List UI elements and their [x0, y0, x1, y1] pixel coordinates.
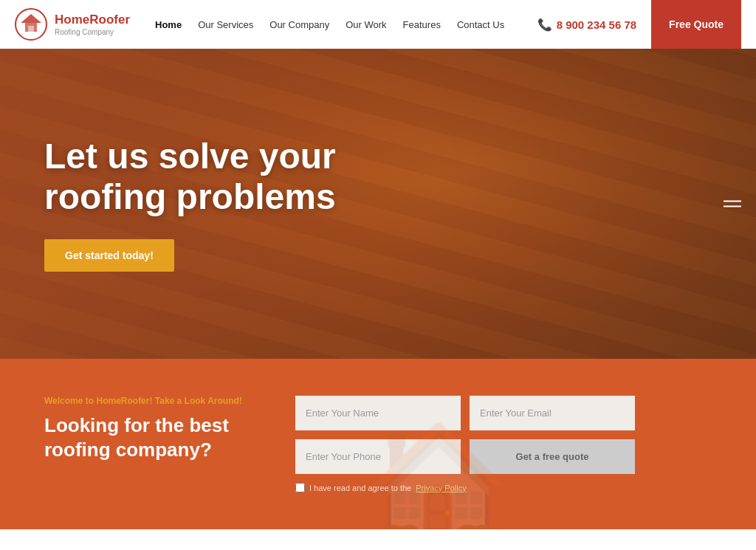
free-quote-button[interactable]: Free Quote	[651, 0, 741, 49]
get-quote-button[interactable]: Get a free quote	[470, 439, 635, 474]
welcome-text: Welcome to HomeRoofer! Take a Look Aroun…	[44, 396, 251, 406]
logo-sub: Roofing Company	[55, 28, 130, 36]
phone-area: 📞 8 900 234 56 78	[523, 18, 651, 32]
phone-number: 8 900 234 56 78	[557, 18, 636, 31]
privacy-row: I have read and agree to the Privacy Pol…	[295, 483, 635, 492]
section-title: Looking for the best roofing company?	[44, 413, 251, 461]
phone-input[interactable]	[295, 439, 461, 474]
logo-area: HomeRoofer Roofing Company	[15, 8, 133, 41]
menu-line-1	[724, 201, 741, 202]
phone-icon: 📞	[537, 18, 552, 32]
nav-contact[interactable]: Contact Us	[457, 19, 504, 30]
bottom-section: Trust the Experts for All Your Roofing N…	[0, 529, 756, 550]
nav-home[interactable]: Home	[155, 19, 182, 30]
hero-cta-button[interactable]: Get started today!	[44, 239, 174, 272]
main-nav: Home Our Services Our Company Our Work F…	[155, 19, 523, 30]
svg-marker-1	[21, 14, 41, 23]
privacy-link[interactable]: Privacy Policy	[416, 484, 466, 492]
contact-form: Get a free quote I have read and agree t…	[295, 396, 635, 492]
logo-name: HomeRoofer	[55, 13, 130, 27]
logo-icon	[15, 8, 47, 41]
section-left-text: Welcome to HomeRoofer! Take a Look Aroun…	[44, 396, 251, 461]
name-input[interactable]	[295, 396, 461, 430]
menu-line-2	[724, 206, 741, 207]
svg-rect-3	[28, 26, 34, 32]
nav-services[interactable]: Our Services	[198, 19, 253, 30]
site-header: HomeRoofer Roofing Company Home Our Serv…	[0, 0, 756, 49]
email-input[interactable]	[470, 396, 635, 430]
hero-content: Let us solve your roofing problems Get s…	[0, 136, 406, 272]
hamburger-menu[interactable]	[724, 201, 741, 207]
contact-section: 🏠 Welcome to HomeRoofer! Take a Look Aro…	[0, 359, 756, 529]
logo-text-block: HomeRoofer Roofing Company	[55, 13, 130, 35]
privacy-checkbox[interactable]	[295, 483, 305, 492]
hero-section: Let us solve your roofing problems Get s…	[0, 49, 756, 359]
nav-work[interactable]: Our Work	[346, 19, 386, 30]
nav-company[interactable]: Our Company	[269, 19, 329, 30]
hero-title: Let us solve your roofing problems	[44, 136, 362, 217]
nav-features[interactable]: Features	[403, 19, 441, 30]
privacy-text: I have read and agree to the	[309, 484, 411, 492]
